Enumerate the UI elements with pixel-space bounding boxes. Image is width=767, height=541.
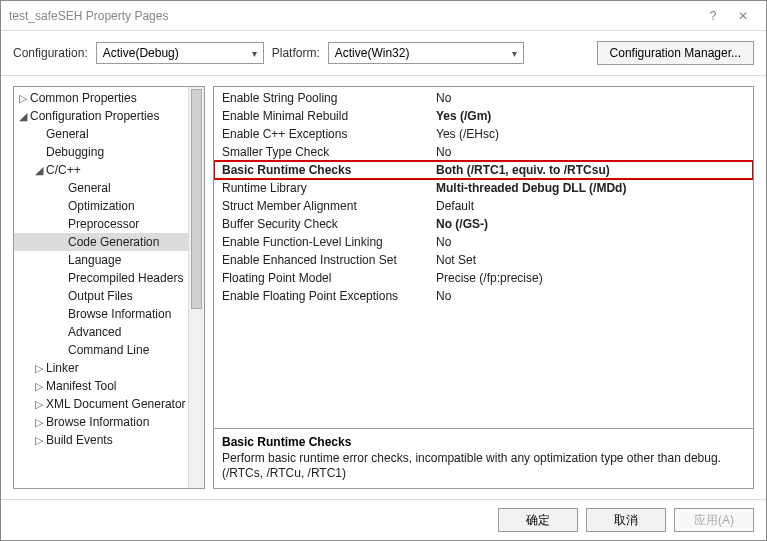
description-panel: Basic Runtime Checks Perform basic runti… bbox=[214, 428, 753, 488]
close-button[interactable]: ✕ bbox=[728, 9, 758, 23]
property-value[interactable]: No bbox=[432, 289, 753, 303]
property-value[interactable]: Yes (/Gm) bbox=[432, 109, 753, 123]
tree-item[interactable]: General bbox=[14, 179, 204, 197]
configuration-combo[interactable]: Active(Debug) ▾ bbox=[96, 42, 264, 64]
tree-expander-icon[interactable]: ▷ bbox=[32, 380, 46, 393]
tree-item[interactable]: ▷Common Properties bbox=[14, 89, 204, 107]
tree-item-label: Output Files bbox=[68, 289, 133, 303]
help-button[interactable]: ? bbox=[698, 9, 728, 23]
tree-expander-icon[interactable]: ◢ bbox=[16, 110, 30, 123]
ok-button[interactable]: 确定 bbox=[498, 508, 578, 532]
chevron-down-icon: ▾ bbox=[252, 48, 257, 59]
property-grid[interactable]: Enable String PoolingNoEnable Minimal Re… bbox=[214, 87, 753, 428]
property-value[interactable]: Yes (/EHsc) bbox=[432, 127, 753, 141]
tree-item-label: Optimization bbox=[68, 199, 135, 213]
property-name: Enable Minimal Rebuild bbox=[214, 109, 432, 123]
property-name: Runtime Library bbox=[214, 181, 432, 195]
property-name: Enable Function-Level Linking bbox=[214, 235, 432, 249]
tree-expander-icon[interactable]: ▷ bbox=[32, 434, 46, 447]
tree-item[interactable]: ▷Linker bbox=[14, 359, 204, 377]
property-name: Buffer Security Check bbox=[214, 217, 432, 231]
footer: 确定 取消 应用(A) bbox=[1, 499, 766, 540]
tree-item[interactable]: Command Line bbox=[14, 341, 204, 359]
configuration-label: Configuration: bbox=[13, 46, 88, 60]
property-value[interactable]: No bbox=[432, 91, 753, 105]
tree-item-label: Command Line bbox=[68, 343, 149, 357]
tree-item[interactable]: ▷XML Document Generator bbox=[14, 395, 204, 413]
tree-item-label: XML Document Generator bbox=[46, 397, 186, 411]
tree-expander-icon[interactable]: ▷ bbox=[32, 416, 46, 429]
property-value[interactable]: Precise (/fp:precise) bbox=[432, 271, 753, 285]
tree-item-label: Code Generation bbox=[68, 235, 159, 249]
platform-combo[interactable]: Active(Win32) ▾ bbox=[328, 42, 524, 64]
scrollbar-thumb[interactable] bbox=[191, 89, 202, 309]
property-value[interactable]: Both (/RTC1, equiv. to /RTCsu) bbox=[432, 163, 753, 177]
property-pages-window: test_safeSEH Property Pages ? ✕ Configur… bbox=[0, 0, 767, 541]
tree-expander-icon[interactable]: ▷ bbox=[32, 362, 46, 375]
property-row[interactable]: Enable C++ ExceptionsYes (/EHsc) bbox=[214, 125, 753, 143]
configuration-manager-button[interactable]: Configuration Manager... bbox=[597, 41, 754, 65]
tree-panel: ▷Common Properties◢Configuration Propert… bbox=[13, 86, 205, 489]
tree-item[interactable]: Code Generation bbox=[14, 233, 204, 251]
tree-item-label: Preprocessor bbox=[68, 217, 139, 231]
description-body: Perform basic runtime error checks, inco… bbox=[222, 451, 745, 482]
tree-item[interactable]: ▷Manifest Tool bbox=[14, 377, 204, 395]
tree-item-label: Precompiled Headers bbox=[68, 271, 183, 285]
property-value[interactable]: Multi-threaded Debug DLL (/MDd) bbox=[432, 181, 753, 195]
tree-item-label: Configuration Properties bbox=[30, 109, 159, 123]
tree-item[interactable]: ◢Configuration Properties bbox=[14, 107, 204, 125]
property-name: Enable Floating Point Exceptions bbox=[214, 289, 432, 303]
property-value[interactable]: Not Set bbox=[432, 253, 753, 267]
property-name: Floating Point Model bbox=[214, 271, 432, 285]
config-row: Configuration: Active(Debug) ▾ Platform:… bbox=[1, 31, 766, 76]
tree-item[interactable]: Optimization bbox=[14, 197, 204, 215]
property-row[interactable]: Struct Member AlignmentDefault bbox=[214, 197, 753, 215]
tree-item[interactable]: Debugging bbox=[14, 143, 204, 161]
tree-item[interactable]: Output Files bbox=[14, 287, 204, 305]
titlebar: test_safeSEH Property Pages ? ✕ bbox=[1, 1, 766, 31]
property-name: Basic Runtime Checks bbox=[214, 163, 432, 177]
tree-item[interactable]: Advanced bbox=[14, 323, 204, 341]
tree-item-label: Advanced bbox=[68, 325, 121, 339]
tree-item-label: Language bbox=[68, 253, 121, 267]
tree-expander-icon[interactable]: ▷ bbox=[32, 398, 46, 411]
body: ▷Common Properties◢Configuration Propert… bbox=[1, 76, 766, 499]
property-value[interactable]: No (/GS-) bbox=[432, 217, 753, 231]
apply-button: 应用(A) bbox=[674, 508, 754, 532]
property-name: Enable String Pooling bbox=[214, 91, 432, 105]
cancel-button[interactable]: 取消 bbox=[586, 508, 666, 532]
property-row[interactable]: Runtime LibraryMulti-threaded Debug DLL … bbox=[214, 179, 753, 197]
platform-value: Active(Win32) bbox=[335, 46, 410, 60]
property-row[interactable]: Enable String PoolingNo bbox=[214, 89, 753, 107]
tree-item[interactable]: ▷Browse Information bbox=[14, 413, 204, 431]
tree-item[interactable]: Language bbox=[14, 251, 204, 269]
tree-item[interactable]: Browse Information bbox=[14, 305, 204, 323]
property-row[interactable]: Enable Floating Point ExceptionsNo bbox=[214, 287, 753, 305]
tree-expander-icon[interactable]: ▷ bbox=[16, 92, 30, 105]
tree-item-label: Browse Information bbox=[46, 415, 149, 429]
property-value[interactable]: No bbox=[432, 235, 753, 249]
tree-item-label: Debugging bbox=[46, 145, 104, 159]
property-row[interactable]: Enable Minimal RebuildYes (/Gm) bbox=[214, 107, 753, 125]
tree[interactable]: ▷Common Properties◢Configuration Propert… bbox=[14, 87, 204, 488]
chevron-down-icon: ▾ bbox=[512, 48, 517, 59]
property-value[interactable]: Default bbox=[432, 199, 753, 213]
property-row[interactable]: Floating Point ModelPrecise (/fp:precise… bbox=[214, 269, 753, 287]
property-row[interactable]: Smaller Type CheckNo bbox=[214, 143, 753, 161]
tree-item-label: Common Properties bbox=[30, 91, 137, 105]
property-row[interactable]: Basic Runtime ChecksBoth (/RTC1, equiv. … bbox=[214, 161, 753, 179]
property-name: Smaller Type Check bbox=[214, 145, 432, 159]
tree-item[interactable]: Preprocessor bbox=[14, 215, 204, 233]
property-row[interactable]: Enable Enhanced Instruction SetNot Set bbox=[214, 251, 753, 269]
property-row[interactable]: Buffer Security CheckNo (/GS-) bbox=[214, 215, 753, 233]
tree-item[interactable]: ▷Build Events bbox=[14, 431, 204, 449]
tree-item[interactable]: Precompiled Headers bbox=[14, 269, 204, 287]
tree-item[interactable]: ◢C/C++ bbox=[14, 161, 204, 179]
tree-item[interactable]: General bbox=[14, 125, 204, 143]
property-value[interactable]: No bbox=[432, 145, 753, 159]
tree-expander-icon[interactable]: ◢ bbox=[32, 164, 46, 177]
tree-scrollbar[interactable] bbox=[188, 87, 204, 488]
property-row[interactable]: Enable Function-Level LinkingNo bbox=[214, 233, 753, 251]
tree-item-label: General bbox=[46, 127, 89, 141]
tree-item-label: C/C++ bbox=[46, 163, 81, 177]
